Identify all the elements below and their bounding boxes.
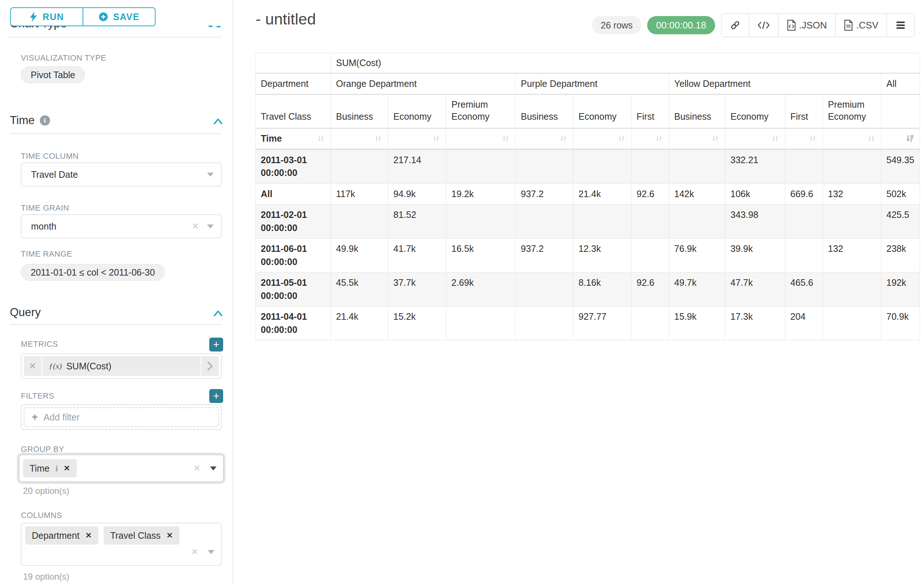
sort-icon[interactable] [655,134,663,143]
value-cell [573,149,632,184]
value-cell: 132 [823,184,881,205]
row-label: 2011-06-01 00:00:00 [256,239,331,272]
columns-tag: Travel Class ✕ [104,526,180,545]
value-cell: 106k [725,184,785,205]
columns-select[interactable]: Department ✕ Travel Class ✕ ✕ [21,523,222,566]
sort-header-cell[interactable] [573,128,632,149]
sort-icon[interactable] [316,134,325,143]
sort-header-cell[interactable] [446,128,516,149]
chart-title[interactable]: - untitled [256,10,316,28]
viz-type-pill[interactable]: Pivot Table [21,66,85,83]
save-button[interactable]: SAVE [82,7,155,26]
value-cell: 49.7k [669,272,725,306]
remove-tag-icon[interactable]: ✕ [167,531,173,540]
chevron-up-icon[interactable] [213,309,223,317]
value-cell: 49.9k [331,239,388,272]
group-by-select[interactable]: Time i ✕ ✕ [19,454,224,482]
sort-header-cell[interactable] [632,128,669,149]
col-axis-label: Travel Class [256,95,331,128]
clear-icon[interactable]: ✕ [191,547,198,557]
value-cell: 669.6 [785,184,823,205]
chart-toolbar: 26 rows 00:00:00.18 .JSON .CSV [592,13,915,37]
time-range-pill[interactable]: 2011-01-01 ≤ col < 2011-06-30 [21,264,165,281]
sort-icon[interactable] [711,134,720,143]
sort-icon[interactable] [432,134,441,143]
sort-header-cell[interactable] [516,128,573,149]
sort-header-cell[interactable] [331,128,388,149]
value-cell [446,149,516,184]
chevron-down-icon [208,550,214,554]
value-cell: 76.9k [669,239,725,272]
value-cell: 8.16k [573,272,632,306]
sort-icon[interactable] [501,134,510,143]
sort-icon[interactable] [867,134,876,143]
value-cell: 70.9k [881,306,920,340]
collapse-chevron-fragment-icon [216,26,221,27]
run-button[interactable]: RUN [10,7,83,26]
time-grain-select[interactable]: month ✕ [21,214,222,239]
sort-icon[interactable] [808,134,817,143]
viz-type-label: VISUALIZATION TYPE [21,53,106,63]
query-section-header[interactable]: Query [10,306,41,319]
travel-class-header: Economy [725,95,785,128]
value-cell: 92.6 [632,184,669,205]
value-cell: 47.7k [725,272,785,306]
add-metric-button[interactable]: + [209,337,223,352]
sort-header-cell[interactable] [725,128,785,149]
value-cell [331,204,388,239]
value-cell [823,149,881,184]
expand-metric-icon[interactable] [200,356,219,376]
value-cell: 117k [331,184,388,205]
value-cell: 15.9k [669,306,725,340]
tag-label: Time [30,463,50,474]
add-filter-plus-button[interactable]: + [209,389,223,403]
time-section-header[interactable]: Time i [10,114,50,127]
more-options-button[interactable] [886,14,914,36]
metric-name: SUM(Cost) [66,361,111,372]
clear-icon[interactable]: ✕ [192,221,199,231]
superset-explore-page: Chart Type RUN SAVE VISUALIZATION TYPE P… [0,0,924,584]
metric-pill[interactable]: ✕ ƒ(x) SUM(Cost) [24,356,219,376]
sort-descending-icon[interactable] [905,134,914,143]
query-timer-badge: 00:00:00.18 [647,16,715,34]
sort-header-cell[interactable] [669,128,725,149]
tag-label: Travel Class [110,530,161,541]
sort-icon[interactable] [771,134,780,143]
sort-header-cell[interactable] [881,128,920,149]
info-icon[interactable]: i [40,115,50,125]
info-icon[interactable]: i [56,464,58,474]
plus-icon: + [32,412,38,422]
export-json-button[interactable]: .JSON [778,14,835,36]
value-cell [516,306,573,340]
value-cell: 238k [881,239,920,272]
value-cell: 217.14 [388,149,446,184]
chevron-up-icon[interactable] [213,118,223,125]
row-axis-header[interactable]: Time [256,128,331,149]
sort-header-cell[interactable] [785,128,823,149]
add-filter-button[interactable]: + Add filter [24,407,219,427]
travel-class-header: First [785,95,823,128]
copy-link-button[interactable] [722,14,749,36]
time-column-select[interactable]: Travel Date [21,163,222,186]
chevron-down-icon [210,466,216,470]
csv-button-label: .CSV [856,20,878,31]
remove-metric-icon[interactable]: ✕ [24,356,42,376]
sort-icon[interactable] [617,134,626,143]
tag-label: Department [32,530,79,541]
row-label: 2011-05-01 00:00:00 [256,272,331,306]
value-cell [669,204,725,239]
time-grain-value: month [31,221,192,232]
sort-icon[interactable] [559,134,568,143]
remove-tag-icon[interactable]: ✕ [86,531,92,540]
sort-icon[interactable] [374,134,383,143]
value-cell: 39.9k [725,239,785,272]
run-button-label: RUN [43,12,64,22]
clear-icon[interactable]: ✕ [193,463,201,474]
sort-header-cell[interactable] [388,128,446,149]
value-cell [823,306,881,340]
table-row: 2011-02-01 00:00:0081.52343.98425.5 [256,204,920,239]
sort-header-cell[interactable] [823,128,881,149]
embed-code-button[interactable] [749,14,778,36]
export-csv-button[interactable]: .CSV [835,14,886,36]
remove-tag-icon[interactable]: ✕ [64,464,70,473]
